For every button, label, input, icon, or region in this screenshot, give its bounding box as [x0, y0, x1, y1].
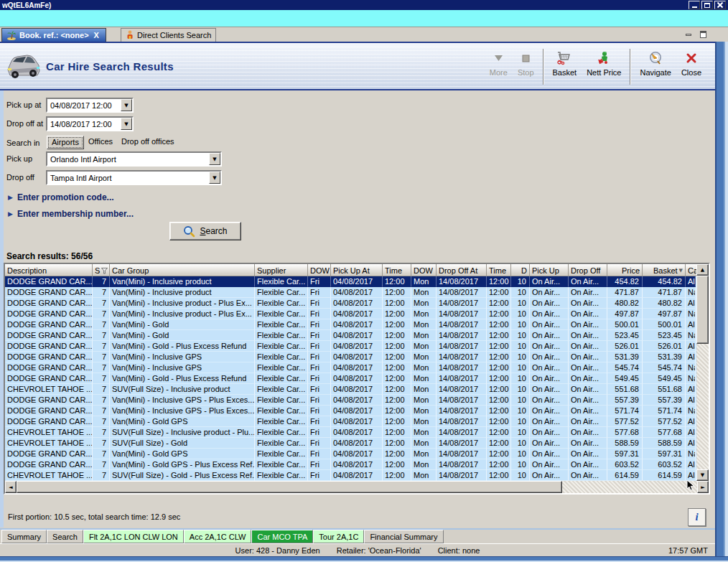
- horizontal-scrollbar-thumb[interactable]: [17, 481, 562, 493]
- booking-tab[interactable]: Flt 2A,1C LON CLW LON: [83, 530, 184, 543]
- search-in-airports-tab[interactable]: Airports: [47, 136, 84, 149]
- table-row[interactable]: DODGE GRAND CAR... 7 Van(Mini) - Inclusi…: [5, 362, 696, 373]
- dropdown-arrow-icon[interactable]: ▼: [121, 99, 132, 111]
- membership-number-expander[interactable]: ▶ Enter membership number...: [8, 209, 134, 219]
- cyan-banner: [0, 10, 728, 27]
- table-row[interactable]: DODGE GRAND CAR... 7 Van(Mini) - Gold GP…: [5, 449, 696, 459]
- table-row[interactable]: DODGE GRAND CAR... 7 Van(Mini) - Inclusi…: [5, 287, 696, 298]
- basket-button[interactable]: Basket: [548, 49, 582, 85]
- table-row[interactable]: DODGE GRAND CAR... 7 Van(Mini) - Gold - …: [5, 373, 696, 384]
- col-d[interactable]: D: [511, 264, 530, 276]
- info-button[interactable]: i: [688, 508, 706, 526]
- cell-ca: Ala: [686, 384, 696, 395]
- cell-pick-up-at: 04/08/2017: [331, 470, 383, 481]
- table-row[interactable]: DODGE GRAND CAR... 7 Van(Mini) - Inclusi…: [5, 309, 696, 319]
- cell-price: 531.39: [607, 352, 643, 362]
- booking-tab[interactable]: Search: [47, 530, 83, 543]
- col-car-group[interactable]: Car Group: [110, 264, 255, 276]
- table-row[interactable]: DODGE GRAND CAR... 7 Van(Mini) - Gold Fl…: [5, 319, 696, 330]
- window-maximize-button[interactable]: [701, 1, 713, 9]
- table-row[interactable]: CHEVROLET TAHOE ... 7 SUV(Full Size) - G…: [5, 438, 696, 449]
- table-row[interactable]: DODGE GRAND CAR... 7 Van(Mini) - Gold Fl…: [5, 330, 696, 341]
- booking-tab[interactable]: Financial Summary: [364, 530, 443, 543]
- drop-off-at-combo[interactable]: 14/08/2017 12:00 ▼: [46, 116, 134, 131]
- table-row[interactable]: DODGE GRAND CAR... 7 Van(Mini) - Inclusi…: [5, 298, 696, 309]
- table-row[interactable]: DODGE GRAND CAR... 7 Van(Mini) - Gold - …: [5, 341, 696, 352]
- cell-ca: Na: [686, 287, 696, 298]
- pick-up-combo[interactable]: Orlando Intl Airport ▼: [46, 151, 222, 167]
- navigate-button[interactable]: Navigate: [635, 49, 676, 85]
- cell-supplier: Flexible Car...: [255, 427, 308, 438]
- table-row[interactable]: DODGE GRAND CAR... 7 Van(Mini) - Inclusi…: [5, 406, 696, 416]
- vertical-scrollbar-thumb[interactable]: [696, 276, 709, 344]
- table-row[interactable]: DODGE GRAND CAR... 7 Van(Mini) - Inclusi…: [5, 276, 696, 287]
- table-row[interactable]: CHEVROLET TAHOE ... 7 SUV(Full Size) - G…: [5, 470, 696, 481]
- vertical-scrollbar[interactable]: ▲ ▼: [696, 264, 709, 481]
- tab-close-button[interactable]: X: [92, 31, 101, 40]
- col-s[interactable]: S: [93, 264, 110, 276]
- col-dow-1[interactable]: DOW: [308, 264, 331, 276]
- cell-description: DODGE GRAND CAR...: [5, 276, 93, 287]
- cell-dow-2: Mon: [411, 287, 437, 298]
- mdi-restore-icon[interactable]: [698, 30, 708, 39]
- col-basket[interactable]: Basket ▼: [643, 264, 686, 276]
- col-pick-up-at[interactable]: Pick Up At: [331, 264, 383, 276]
- cell-dow-1: Fri: [308, 319, 331, 330]
- cell-ca: Ala: [686, 416, 696, 427]
- col-dow-2[interactable]: DOW: [411, 264, 437, 276]
- scroll-right-icon[interactable]: ►: [697, 481, 709, 493]
- dropdown-arrow-icon[interactable]: ▼: [121, 118, 132, 130]
- table-row[interactable]: CHEVROLET TAHOE ... 7 SUV(Full Size) - I…: [5, 384, 696, 395]
- booking-tab[interactable]: Tour 2A,1C: [313, 530, 364, 543]
- col-supplier[interactable]: Supplier: [255, 264, 308, 276]
- table-row[interactable]: DODGE GRAND CAR... 7 Van(Mini) - Gold GP…: [5, 416, 696, 427]
- cell-time-2: 12:00: [487, 298, 511, 309]
- col-drop-off-at[interactable]: Drop Off At: [437, 264, 487, 276]
- table-row[interactable]: DODGE GRAND CAR... 7 Van(Mini) - Inclusi…: [5, 352, 696, 362]
- filter-icon[interactable]: [101, 268, 108, 274]
- col-drop-off[interactable]: Drop Off: [569, 264, 607, 276]
- col-price[interactable]: Price: [607, 264, 643, 276]
- window-close-button[interactable]: [714, 1, 726, 9]
- close-panel-button[interactable]: Close: [676, 49, 706, 85]
- table-row[interactable]: DODGE GRAND CAR... 7 Van(Mini) - Gold GP…: [5, 459, 696, 470]
- cell-ca: Na: [686, 406, 696, 416]
- search-in-offices-tab[interactable]: Offices: [84, 136, 117, 148]
- col-description[interactable]: Description: [5, 264, 93, 276]
- promotion-code-expander[interactable]: ▶ Enter promotion code...: [8, 192, 114, 202]
- cell-d: 10: [511, 298, 530, 309]
- col-time-2[interactable]: Time: [487, 264, 511, 276]
- scroll-left-icon[interactable]: ◄: [5, 481, 17, 493]
- drop-off-combo[interactable]: Tampa Intl Airport ▼: [46, 170, 222, 185]
- stop-icon: [522, 50, 530, 66]
- window-minimize-button[interactable]: [689, 1, 700, 9]
- dropdown-arrow-icon[interactable]: ▼: [209, 172, 220, 184]
- table-row[interactable]: DODGE GRAND CAR... 7 Van(Mini) - Inclusi…: [5, 395, 696, 406]
- cell-car-group: Van(Mini) - Gold - Plus Excess Refund: [110, 373, 255, 384]
- booking-tab[interactable]: Acc 2A,1C CLW: [184, 530, 252, 543]
- tab-label: Book. ref.: <none>: [19, 31, 89, 39]
- booking-tab[interactable]: Summary: [1, 530, 47, 543]
- scroll-down-icon[interactable]: ▼: [696, 469, 709, 481]
- mdi-minimize-icon[interactable]: [683, 30, 694, 39]
- cell-drop-off-at: 14/08/2017: [437, 352, 487, 362]
- col-pick-up[interactable]: Pick Up: [530, 264, 569, 276]
- cell-s: 7: [93, 309, 110, 319]
- col-time-1[interactable]: Time: [383, 264, 411, 276]
- cell-price: 571.74: [607, 406, 643, 416]
- search-button[interactable]: Search: [169, 222, 241, 240]
- cell-car-group: Van(Mini) - Gold GPS - Plus Excess Ref..…: [110, 459, 255, 470]
- cell-drop-off-at: 14/08/2017: [437, 416, 487, 427]
- tab-direct-clients-search[interactable]: Direct Clients Search: [121, 28, 216, 42]
- dropdown-arrow-icon[interactable]: ▼: [209, 153, 220, 165]
- table-row[interactable]: CHEVROLET TAHOE ... 7 SUV(Full Size) - I…: [5, 427, 696, 438]
- booking-tab[interactable]: Car MCO TPA: [251, 530, 313, 543]
- tab-booking-ref[interactable]: Book. ref.: <none> X: [1, 28, 106, 42]
- scroll-up-icon[interactable]: ▲: [696, 264, 709, 276]
- page-title: Car Hire Search Results: [46, 60, 174, 72]
- search-in-drop-off-offices-tab[interactable]: Drop off offices: [117, 136, 179, 148]
- cell-car-group: SUV(Full Size) - Inclusive product - Plu…: [110, 427, 255, 438]
- nett-price-button[interactable]: Nett Price: [582, 49, 626, 85]
- horizontal-scrollbar[interactable]: ◄ ►: [5, 481, 709, 493]
- pick-up-at-combo[interactable]: 04/08/2017 12:00 ▼: [46, 98, 134, 113]
